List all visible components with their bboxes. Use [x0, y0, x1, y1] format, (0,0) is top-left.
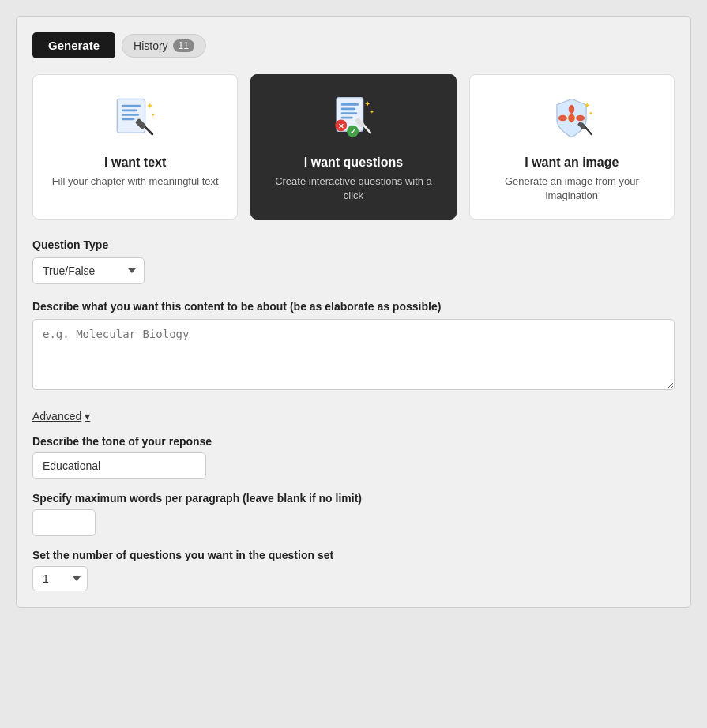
svg-text:✦: ✦ — [589, 109, 593, 116]
history-tab[interactable]: History 11 — [122, 34, 206, 58]
card-questions-title: I want questions — [304, 156, 403, 170]
card-questions-icon: ✕ ✓ ✦ ✦ — [325, 91, 381, 146]
svg-text:✦: ✦ — [370, 108, 374, 115]
header-tabs: Generate History 11 — [32, 32, 675, 58]
num-questions-label: Set the number of questions you want in … — [32, 549, 675, 561]
svg-text:✦: ✦ — [585, 100, 591, 109]
advanced-label: Advanced — [32, 410, 81, 422]
card-questions[interactable]: ✕ ✓ ✦ ✦ I want questions Create interact… — [250, 74, 456, 220]
advanced-chevron-icon: ▾ — [85, 410, 90, 422]
svg-text:✕: ✕ — [338, 122, 344, 129]
svg-rect-1 — [122, 104, 141, 107]
card-text[interactable]: ✦ ✦ I want text Fill your chapter with m… — [32, 74, 238, 220]
describe-textarea[interactable] — [32, 319, 675, 390]
svg-point-25 — [558, 114, 567, 120]
svg-text:✓: ✓ — [350, 128, 356, 136]
tone-label: Describe the tone of your reponse — [32, 435, 675, 448]
svg-rect-10 — [341, 103, 359, 106]
card-questions-desc: Create interactive questions with a clic… — [264, 174, 442, 203]
svg-rect-11 — [341, 107, 356, 110]
svg-rect-3 — [122, 114, 139, 116]
max-words-input[interactable] — [32, 509, 96, 536]
svg-point-23 — [569, 104, 574, 113]
num-questions-field: Set the number of questions you want in … — [32, 549, 675, 591]
svg-text:✦: ✦ — [151, 111, 156, 118]
cards-row: ✦ ✦ I want text Fill your chapter with m… — [32, 74, 675, 220]
question-type-select[interactable]: True/False Multiple Choice Short Answer … — [32, 257, 145, 284]
generate-tab[interactable]: Generate — [32, 32, 115, 58]
svg-rect-12 — [341, 112, 357, 114]
tone-field: Describe the tone of your reponse — [32, 435, 675, 479]
question-type-label: Question Type — [32, 238, 675, 251]
card-image-desc: Generate an image from your imagination — [483, 174, 661, 203]
card-image[interactable]: ✦ ✦ I want an image Generate an image fr… — [469, 74, 675, 220]
card-text-title: I want text — [104, 156, 166, 170]
card-image-title: I want an image — [525, 156, 619, 170]
card-image-icon: ✦ ✦ — [544, 91, 600, 146]
describe-section: Describe what you want this content to b… — [32, 300, 675, 393]
history-badge: 11 — [173, 39, 194, 52]
card-text-desc: Fill your chapter with meaningful text — [52, 174, 219, 189]
question-type-section: Question Type True/False Multiple Choice… — [32, 238, 675, 284]
svg-point-26 — [576, 114, 585, 120]
advanced-toggle[interactable]: Advanced ▾ — [32, 410, 90, 422]
card-text-icon: ✦ ✦ — [107, 91, 163, 146]
main-container: Generate History 11 ✦ — [16, 16, 691, 608]
svg-text:✦: ✦ — [364, 99, 370, 107]
svg-text:✦: ✦ — [146, 101, 153, 111]
max-words-label: Specify maximum words per paragraph (lea… — [32, 492, 675, 505]
svg-rect-2 — [122, 109, 137, 111]
tone-input[interactable] — [32, 452, 206, 479]
svg-rect-13 — [341, 116, 353, 118]
svg-point-24 — [569, 114, 574, 122]
svg-rect-4 — [122, 118, 135, 120]
describe-label: Describe what you want this content to b… — [32, 300, 675, 313]
history-tab-label: History — [134, 39, 168, 52]
advanced-section: Describe the tone of your reponse Specif… — [32, 435, 675, 591]
num-questions-select[interactable]: 1 2 3 4 5 6 7 8 9 10 — [32, 566, 88, 591]
max-words-field: Specify maximum words per paragraph (lea… — [32, 492, 675, 536]
